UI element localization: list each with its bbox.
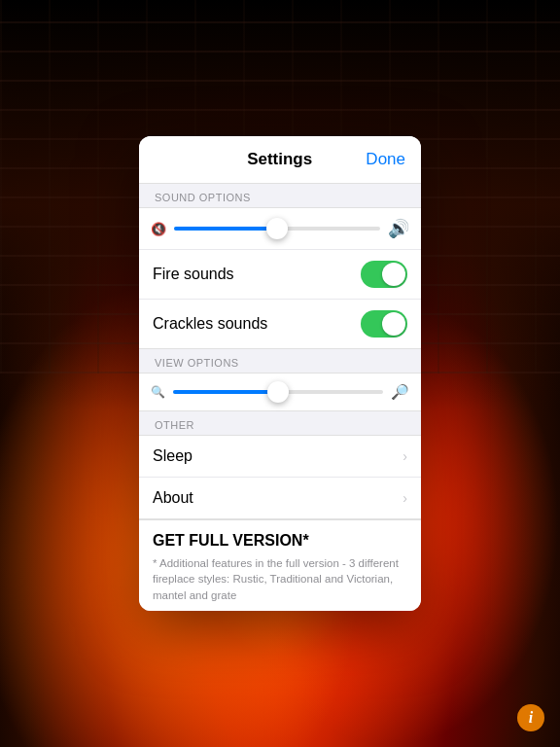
- zoom-slider-row: 🔍 🔎: [139, 374, 421, 410]
- zoom-slider-fill: [173, 390, 278, 394]
- volume-slider-fill: [174, 227, 277, 231]
- fire-sounds-row: Fire sounds: [139, 249, 421, 299]
- zoom-slider-thumb[interactable]: [267, 381, 289, 403]
- full-version-description: * Additional features in the full versio…: [153, 555, 407, 602]
- zoom-in-icon: 🔎: [391, 383, 409, 401]
- view-options-section: 🔍 🔎: [139, 373, 421, 411]
- view-options-label: VIEW OPTIONS: [139, 349, 421, 373]
- sleep-chevron-icon: ›: [402, 448, 407, 464]
- fire-sounds-toggle[interactable]: [361, 261, 407, 288]
- other-section: Sleep › About ›: [139, 435, 421, 519]
- panel-title: Settings: [193, 150, 366, 169]
- volume-slider-row: 🔇 🔊: [139, 208, 421, 249]
- other-label: OTHER: [139, 411, 421, 435]
- zoom-out-icon: 🔍: [151, 385, 165, 399]
- crackles-sounds-toggle[interactable]: [361, 310, 407, 338]
- about-label: About: [153, 489, 193, 507]
- panel-header: Settings Done: [139, 136, 421, 184]
- sleep-row[interactable]: Sleep ›: [139, 436, 421, 477]
- crackles-sounds-label: Crackles sounds: [153, 315, 267, 333]
- volume-high-icon: 🔊: [388, 218, 409, 239]
- volume-low-icon: 🔇: [151, 222, 166, 236]
- sound-options-label: SOUND OPTIONS: [139, 184, 421, 207]
- modal-overlay: Settings Done SOUND OPTIONS 🔇 🔊 Fire sou…: [0, 0, 560, 747]
- volume-slider-thumb[interactable]: [266, 218, 288, 239]
- sound-options-section: 🔇 🔊 Fire sounds Crackles sounds: [139, 207, 421, 349]
- zoom-slider-track[interactable]: [173, 390, 383, 394]
- about-chevron-icon: ›: [402, 490, 407, 506]
- fire-sounds-label: Fire sounds: [153, 266, 234, 283]
- crackles-sounds-toggle-knob: [382, 312, 405, 336]
- info-button[interactable]: i: [517, 704, 544, 731]
- about-row[interactable]: About ›: [139, 477, 421, 518]
- full-version-title: GET FULL VERSION*: [153, 532, 407, 550]
- crackles-sounds-row: Crackles sounds: [139, 299, 421, 348]
- full-version-section: GET FULL VERSION* * Additional features …: [139, 519, 421, 610]
- done-button[interactable]: Done: [366, 150, 405, 169]
- fire-sounds-toggle-knob: [382, 263, 405, 286]
- settings-panel: Settings Done SOUND OPTIONS 🔇 🔊 Fire sou…: [139, 136, 421, 610]
- volume-slider-track[interactable]: [174, 227, 380, 231]
- sleep-label: Sleep: [153, 447, 192, 465]
